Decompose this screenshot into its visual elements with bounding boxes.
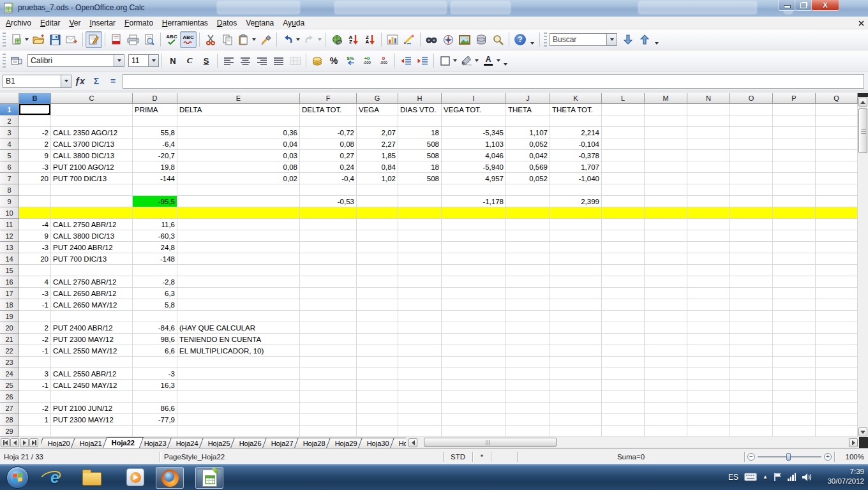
cell-O12[interactable] [730,230,773,242]
cell-I18[interactable] [442,299,506,311]
cell-M6[interactable] [645,161,687,173]
cell-D6[interactable]: 19,8 [133,161,177,173]
font-color-button[interactable]: A [480,52,497,69]
cell-O21[interactable] [730,334,773,345]
formula-input-line[interactable] [123,74,864,89]
cell-D14[interactable]: -148 [133,253,177,265]
spellcheck-button[interactable]: ABC [163,31,180,48]
find-combobox[interactable]: Buscar [550,33,617,46]
cell-L16[interactable] [602,276,645,288]
cell-Q7[interactable] [816,173,858,184]
cell-C15[interactable] [51,265,133,276]
cell-C12[interactable]: CALL 3800 DIC/13 [51,230,133,242]
cell-B2[interactable] [19,115,51,127]
status-sum[interactable]: Suma=0 [518,449,744,464]
cell-I8[interactable] [442,184,506,196]
cell-E24[interactable] [177,368,300,380]
cell-M5[interactable] [645,150,687,161]
page-preview-button[interactable] [141,31,158,48]
row-header-11[interactable]: 11 [0,219,19,230]
cell-I5[interactable]: 4,046 [442,150,506,161]
cell-D19[interactable] [133,311,177,322]
menu-editar[interactable]: Editar [36,17,64,29]
cell-E14[interactable] [177,253,300,265]
cell-N25[interactable] [687,380,730,391]
cell-J4[interactable]: 0,052 [506,138,550,150]
close-document-button[interactable] [857,19,865,27]
cell-J22[interactable] [506,345,550,357]
cell-E10[interactable] [177,207,300,219]
toolbar-grip[interactable] [3,54,6,68]
cell-N26[interactable] [687,391,730,403]
cell-M4[interactable] [645,138,687,150]
decrease-indent-button[interactable] [398,52,414,69]
email-document-button[interactable] [63,31,80,48]
cell-F29[interactable] [300,426,357,437]
undo-dropdown-icon[interactable] [296,38,300,41]
cell-O9[interactable] [730,196,773,207]
cell-I9[interactable]: -1,178 [442,196,506,207]
cell-B11[interactable]: -4 [19,219,51,230]
cell-E11[interactable] [177,219,300,230]
cell-K19[interactable] [550,311,602,322]
cell-I7[interactable]: 4,957 [442,173,506,184]
cell-E25[interactable] [177,380,300,391]
cell-B22[interactable]: -1 [19,345,51,357]
menu-ayuda[interactable]: Ayuda [278,17,309,29]
cell-N4[interactable] [687,138,730,150]
cell-M14[interactable] [645,253,687,265]
cell-N21[interactable] [687,334,730,345]
cell-K14[interactable] [550,253,602,265]
cell-C16[interactable]: CALL 2750 ABR/12 [51,276,133,288]
cell-L8[interactable] [602,184,645,196]
cell-H6[interactable]: 18 [398,161,442,173]
menu-datos[interactable]: Datos [213,17,241,29]
cut-icon[interactable] [202,31,219,48]
cell-L21[interactable] [602,334,645,345]
column-header-E[interactable]: E [177,93,300,104]
status-selection-mode[interactable]: STD [444,449,472,464]
language-indicator[interactable]: ES [728,473,738,482]
cell-O1[interactable] [730,104,773,115]
cell-I4[interactable]: 1,103 [442,138,506,150]
column-header-M[interactable]: M [645,93,687,104]
hscroll-right-button[interactable] [849,438,858,447]
cell-F2[interactable] [300,115,357,127]
cell-D29[interactable] [133,426,177,437]
font-color-dropdown-icon[interactable] [497,59,500,62]
status-zoom-level[interactable]: 100% [835,449,868,464]
cell-P26[interactable] [773,391,816,403]
taskbar-openoffice-calc[interactable] [195,467,223,489]
cell-C1[interactable] [51,104,133,115]
cell-H29[interactable] [398,426,442,437]
cell-H3[interactable]: 18 [398,127,442,138]
cell-J2[interactable] [506,115,550,127]
row-header-20[interactable]: 20 [0,322,19,334]
cell-E18[interactable] [177,299,300,311]
cell-I1[interactable]: VEGA TOT. [442,104,506,115]
cell-J23[interactable] [506,357,550,368]
cell-I19[interactable] [442,311,506,322]
row-header-23[interactable]: 23 [0,357,19,368]
network-icon[interactable] [788,473,796,481]
cell-I23[interactable] [442,357,506,368]
cell-P5[interactable] [773,150,816,161]
cell-G3[interactable]: 2,07 [357,127,398,138]
cell-P22[interactable] [773,345,816,357]
cell-J12[interactable] [506,230,550,242]
cell-L15[interactable] [602,265,645,276]
cell-F24[interactable] [300,368,357,380]
cell-G2[interactable] [357,115,398,127]
cell-B17[interactable]: -3 [19,288,51,299]
cell-J11[interactable] [506,219,550,230]
row-header-10[interactable]: 10 [0,207,19,219]
vertical-scroll-thumb[interactable] [858,108,867,153]
taskbar-firefox[interactable] [156,467,184,489]
cell-E5[interactable]: 0,03 [177,150,300,161]
row-header-5[interactable]: 5 [0,150,19,161]
row-header-6[interactable]: 6 [0,161,19,173]
cell-P3[interactable] [773,127,816,138]
cell-M25[interactable] [645,380,687,391]
background-color-dropdown-icon[interactable] [475,59,479,62]
cell-E7[interactable]: 0,02 [177,173,300,184]
